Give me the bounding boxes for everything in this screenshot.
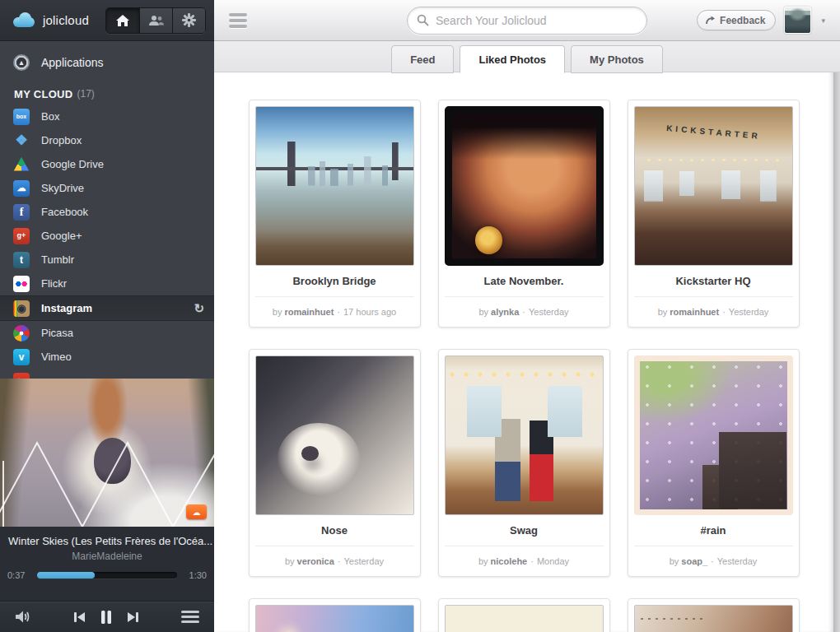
instagram-icon: ◉: [13, 300, 30, 317]
sidebar: jolicloud Applications MY CLOUD (1: [0, 0, 214, 632]
dropbox-icon: ❖: [13, 132, 30, 149]
byline-prefix: by: [670, 556, 679, 566]
photo-thumbnail[interactable]: [634, 605, 793, 632]
home-nav-button[interactable]: [106, 8, 139, 33]
tab-label: My Photos: [590, 53, 644, 66]
previous-icon: [73, 611, 86, 623]
sidebar-item-label: Box: [41, 110, 59, 123]
photo-thumbnail[interactable]: [445, 106, 604, 266]
photo-thumbnail[interactable]: [255, 356, 414, 515]
sidebar-item-instagram[interactable]: ◉ Instagram ↻: [0, 295, 214, 321]
tab-feed[interactable]: Feed: [391, 45, 454, 73]
settings-nav-button[interactable]: [172, 8, 205, 33]
byline-prefix: by: [658, 307, 668, 317]
sidebar-item-facebook[interactable]: f Facebook: [0, 200, 214, 224]
sidebar-item-vimeo[interactable]: v Vimeo: [0, 345, 214, 369]
sidebar-item-gplus[interactable]: g+ Google+: [0, 224, 214, 248]
photo-overlay-text: [640, 374, 786, 388]
album-art: ☁: [0, 379, 214, 527]
sidebar-item-tumblr[interactable]: t Tumblr: [0, 248, 214, 272]
seek-bar[interactable]: [37, 572, 177, 579]
pause-button[interactable]: [99, 608, 114, 626]
photo-card[interactable]: [438, 598, 610, 632]
photo-byline: byromainhuet·Yesterday: [634, 297, 793, 327]
photo-card[interactable]: Brooklyn Bridge byromainhuet·17 hours ag…: [249, 100, 421, 328]
feedback-button[interactable]: Feedback: [697, 10, 776, 30]
photo-title: Brooklyn Bridge: [255, 266, 414, 297]
photo-thumbnail[interactable]: [255, 106, 414, 266]
sync-icon[interactable]: ↻: [194, 301, 204, 316]
photo-thumbnail[interactable]: KICKSTARTER: [634, 106, 793, 266]
sidebar-item-label: SkyDrive: [41, 182, 84, 194]
byline-username: soap_: [681, 556, 707, 566]
scrollbar-track[interactable]: [833, 72, 840, 632]
photo-title: Nose: [255, 515, 414, 546]
section-title: MY CLOUD: [14, 88, 73, 100]
sidebar-item-youtube[interactable]: ▶: [0, 369, 214, 379]
byline-time: 17 hours ago: [343, 307, 396, 317]
my-cloud-section-header: MY CLOUD (17): [0, 83, 214, 105]
search-input[interactable]: [407, 7, 647, 35]
photo-card[interactable]: [628, 598, 800, 632]
byline-username: veronica: [297, 556, 334, 566]
photo-card[interactable]: Late November. byalynka·Yesterday: [438, 100, 610, 328]
photo-grid: Brooklyn Bridge byromainhuet·17 hours ag…: [249, 100, 800, 632]
feedback-arrow-icon: [705, 16, 716, 25]
seek-bar-fill: [37, 572, 95, 579]
top-bar-right: Feedback ▾: [697, 7, 827, 34]
sidebar-item-gdrive[interactable]: Google Drive: [0, 152, 214, 176]
sidebar-item-picasa[interactable]: Picasa: [0, 321, 214, 345]
photo-card[interactable]: KICKSTARTER Kickstarter HQ byromainhuet·…: [628, 100, 800, 328]
tab-my-photos[interactable]: My Photos: [571, 45, 663, 73]
player-controls: [0, 601, 214, 632]
photo-card[interactable]: [249, 598, 421, 632]
photo-thumbnail[interactable]: [445, 356, 604, 515]
hamburger-menu-icon[interactable]: [227, 10, 249, 31]
people-nav-button[interactable]: [139, 8, 172, 33]
music-player: ☁ Winter Skies (Les Petits Frères de l'O…: [0, 379, 214, 632]
tab-liked-photos[interactable]: Liked Photos: [460, 45, 565, 73]
photo-card[interactable]: #rain bysoap_·Yesterday: [628, 349, 800, 577]
sidebar-item-label: Picasa: [41, 327, 73, 339]
soundcloud-badge-icon: ☁: [186, 504, 207, 519]
photo-overlay-text: [635, 620, 791, 632]
sidebar-item-box[interactable]: box Box: [0, 105, 214, 128]
sidebar-item-label: Facebook: [41, 206, 88, 218]
top-bar: Feedback ▾: [214, 0, 840, 41]
volume-button[interactable]: [13, 608, 33, 625]
search-icon: [417, 14, 429, 26]
picasa-icon: [13, 325, 30, 342]
photo-title: Late November.: [445, 266, 604, 297]
jolicloud-app: jolicloud Applications MY CLOUD (1: [0, 0, 840, 632]
sidebar-item-applications[interactable]: Applications: [0, 50, 214, 75]
photo-byline: bynicolehe·Monday: [445, 546, 604, 576]
photo-card[interactable]: Swag bynicolehe·Monday: [438, 349, 610, 577]
byline-prefix: by: [285, 556, 295, 566]
sidebar-item-skydrive[interactable]: ☁ SkyDrive: [0, 176, 214, 200]
vimeo-icon: v: [13, 349, 30, 365]
photo-thumbnail[interactable]: [255, 605, 414, 632]
sidebar-header: jolicloud: [0, 0, 214, 41]
tab-label: Liked Photos: [478, 53, 546, 66]
photo-card[interactable]: Nose byveronica·Yesterday: [249, 349, 421, 577]
flickr-icon: [13, 276, 30, 292]
queue-button[interactable]: [180, 609, 201, 625]
main-area: Feedback ▾ Feed Liked Photos My Photos B…: [214, 0, 840, 632]
album-zigzag-art: [0, 428, 214, 527]
sidebar-item-label: Dropbox: [41, 134, 82, 146]
chevron-down-icon[interactable]: ▾: [819, 15, 827, 26]
sidebar-item-flickr[interactable]: Flickr: [0, 272, 214, 295]
user-avatar[interactable]: [784, 7, 811, 34]
photo-overlay-text: KICKSTARTER: [634, 121, 791, 144]
previous-button[interactable]: [72, 610, 87, 625]
brand-name: jolicloud: [43, 13, 89, 27]
gdrive-icon: [13, 156, 30, 173]
photo-byline: byveronica·Yesterday: [255, 546, 414, 576]
sidebar-item-dropbox[interactable]: ❖ Dropbox: [0, 128, 214, 152]
service-list: box Box ❖ Dropbox Google Drive ☁ SkyDriv…: [0, 105, 214, 379]
next-button[interactable]: [125, 610, 141, 625]
home-icon: [115, 14, 130, 27]
photo-thumbnail[interactable]: [634, 356, 793, 515]
photo-thumbnail[interactable]: [445, 605, 604, 632]
next-icon: [127, 611, 139, 623]
